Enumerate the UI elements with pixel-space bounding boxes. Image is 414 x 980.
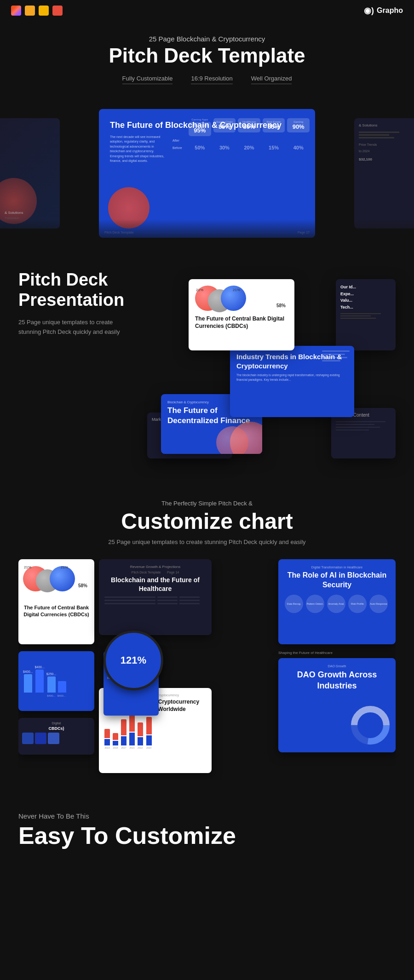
chart-preview-area: 21% 21% 58% The Future of Central Bank D… [18, 559, 396, 780]
hero-subtitle: 25 Page Blockchain & Cryptocurrency [9, 35, 405, 43]
dao-title: DAO Growth Across Industries [285, 670, 389, 691]
bars-card: $400... $400... $250... $400... [18, 651, 94, 711]
zoom-pct: 121% [121, 654, 146, 666]
dao-label: DAO Growth [285, 665, 389, 668]
badge-resolution: 16:9 Resolution [191, 75, 232, 84]
cbdc-pct-58: 58% [276, 303, 286, 308]
logo-icon: ◉) [364, 6, 374, 16]
pitch-section-title: Pitch Deck Presentation [18, 270, 129, 310]
healthcare-card: Revenue Growth & Projections Pitch Deck … [99, 559, 212, 635]
bubble-pct1: 21% [24, 565, 31, 569]
bubble-card-title: The Future of Central Bank Digital Curre… [23, 604, 90, 618]
slide-fade [0, 219, 414, 247]
zoom-circle: 121% [104, 630, 163, 690]
cbdc-card-title: The Future of Central Bank Digital Curre… [195, 315, 288, 330]
right-peek-text: & Solutions Price Trends to 2024 $32,100 [359, 123, 409, 162]
logo-text: Grapho [377, 6, 403, 15]
badge-organized: Well Organized [251, 75, 292, 84]
our-title: Our Id...Expe...Valu...Tech... [340, 284, 391, 310]
slide-left-peek: & Solutions Transaction [0, 118, 60, 229]
pitch-section-desc: 25 Page unique templates to create stunn… [18, 318, 129, 337]
cbdc-pct-21a: 21% [196, 288, 203, 292]
slide-preview-area: & Solutions Transaction The Future of Bl… [0, 100, 414, 247]
healthcare-label: Revenue Growth & Projections [104, 565, 206, 569]
dao-card: DAO Growth DAO Growth Across Industries [278, 658, 396, 752]
donut-chart [350, 705, 391, 746]
pitch-right: 21% 21% 58% The Future of Central Bank D… [147, 270, 396, 463]
badges-row: Fully Customizable 16:9 Resolution Well … [9, 75, 405, 84]
logo: ◉) Grapho [364, 6, 403, 16]
figma-icon[interactable] [11, 6, 21, 16]
bottom-eyebrow: Never Have To Be This [18, 812, 396, 820]
bubble-pct2: 21% [61, 565, 68, 569]
ai-label: Digital Transformation in Healthcare [285, 566, 389, 569]
customize-section: The Perfectly Simple Pitch Deck & Custom… [0, 477, 414, 789]
slide-main-text: The next decade will see increased adopt… [110, 135, 165, 164]
bubble-card: 21% 21% 58% The Future of Central Bank D… [18, 559, 94, 644]
zoom-content: 121% [121, 654, 146, 666]
customize-title: Customize chart [18, 509, 396, 534]
app-icons [11, 6, 63, 16]
bubble-pct3: 58% [78, 583, 87, 588]
healthcare-title: Blockchain and the Future of Healthcare [104, 576, 206, 592]
ai-title: The Role of AI in Blockchain Security [285, 571, 389, 590]
customize-eyebrow: The Perfectly Simple Pitch Deck & [18, 500, 396, 507]
top-bar: ◉) Grapho [0, 0, 414, 21]
slide-right-peek: & Solutions Price Trends to 2024 $32,100 [354, 118, 414, 229]
customize-desc: 25 Page unique templates to create stunn… [18, 539, 396, 545]
ai-bottom-label: Shaping the Future of Healthcare [278, 649, 396, 657]
pitch-left: Pitch Deck Presentation 25 Page unique t… [18, 270, 129, 337]
main-slide: The Future of Blockchain & Cryptocurrenc… [99, 109, 315, 238]
hero-title: Pitch Deck Template [9, 45, 405, 67]
hero-section: 25 Page Blockchain & Cryptocurrency Pitc… [0, 21, 414, 100]
cbdc-pct-21b: 21% [233, 288, 240, 292]
notion-icon[interactable] [25, 6, 35, 16]
industry-text: The blockchain industry is undergoing ra… [236, 373, 348, 382]
industry-card: Industry Trends in Blockchain & Cryptocu… [230, 346, 354, 417]
bottom-section: Never Have To Be This Easy To Customize [0, 789, 414, 863]
slides-icon[interactable] [39, 6, 49, 16]
cbdc-small-card: Digital CBDCs) [18, 718, 94, 755]
ai-security-card: Digital Transformation in Healthcare The… [278, 559, 396, 644]
badge-customizable: Fully Customizable [122, 75, 173, 84]
cbdc-card: 21% 21% 58% The Future of Central Bank D… [189, 279, 294, 350]
pitch-deck-section: Pitch Deck Presentation 25 Page unique t… [0, 247, 414, 477]
bottom-title: Easy To Customize [18, 822, 396, 849]
acrobat-icon[interactable] [52, 6, 63, 16]
our-card: Our Id...Expe...Valu...Tech... [336, 279, 396, 350]
